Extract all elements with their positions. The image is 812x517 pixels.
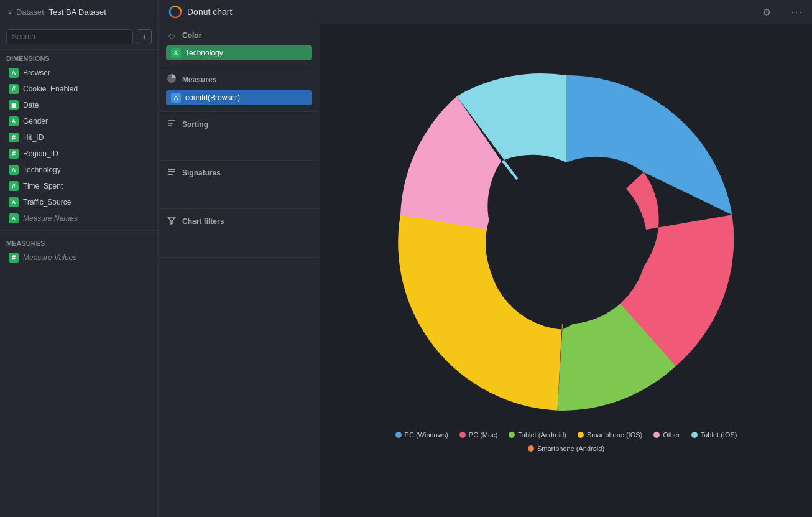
search-input[interactable] <box>6 29 133 44</box>
field-icon-hit-id: # <box>9 133 19 142</box>
field-icon-time-spent: # <box>9 181 19 191</box>
field-traffic-source[interactable]: A Traffic_Source <box>2 195 155 210</box>
sorting-shelf-title: Sorting <box>182 120 208 129</box>
color-field-icon: A <box>171 48 181 58</box>
more-options-button[interactable]: ⋯ <box>786 2 807 21</box>
measures-icon <box>166 73 177 85</box>
chart-title: Donut chart <box>187 7 757 17</box>
field-hit-id[interactable]: # Hit_ID <box>2 130 155 145</box>
field-label-traffic-source: Traffic_Source <box>23 198 71 207</box>
measures-shelf-title: Measures <box>182 75 216 84</box>
field-date[interactable]: ▦ Date <box>2 98 155 113</box>
field-technology[interactable]: A Technology <box>2 162 155 177</box>
measures-field-icon: A <box>171 93 181 103</box>
add-field-button[interactable]: + <box>137 29 152 44</box>
legend-label-smartphone-ios: Smartphone (IOS) <box>587 431 642 439</box>
field-icon-measure-values: # <box>9 253 19 263</box>
sorting-shelf-header: Sorting <box>166 118 312 130</box>
field-label-region-id: Region_ID <box>23 149 58 158</box>
field-icon-browser: A <box>9 68 19 78</box>
color-shelf-title: Color <box>182 31 201 40</box>
legend-dot-pc-mac <box>459 432 466 438</box>
field-label-time-spent: Time_Spent <box>23 182 63 190</box>
color-shelf: ◇ Color A Technology <box>159 24 320 67</box>
donut-chart-container <box>386 63 747 424</box>
chart-filters-shelf-title: Chart filters <box>182 217 224 226</box>
field-time-spent[interactable]: # Time_Spent <box>2 179 155 193</box>
field-icon-date: ▦ <box>9 100 19 110</box>
chart-filters-shelf-empty <box>166 232 312 251</box>
field-label-hit-id: Hit_ID <box>23 133 44 142</box>
sorting-icon <box>166 118 177 130</box>
chevron-icon[interactable]: ∨ <box>7 8 12 16</box>
donut-chart-svg <box>386 63 747 424</box>
left-sidebar: + Dimensions A Browser # Cookie_Enabled … <box>0 24 159 517</box>
field-icon-cookie-enabled: # <box>9 84 19 94</box>
sidebar-divider <box>0 230 158 231</box>
dataset-label: Dataset: <box>16 7 46 17</box>
field-label-technology: Technology <box>23 165 61 174</box>
gear-button[interactable]: ⚙ <box>757 4 776 21</box>
measures-shelf: Measures A countd(Browser) <box>159 67 320 112</box>
field-icon-region-id: # <box>9 149 19 159</box>
legend-label-tablet-ios: Tablet (IOS) <box>701 431 737 439</box>
signatures-icon <box>166 167 177 179</box>
field-browser[interactable]: A Browser <box>2 65 155 80</box>
legend-item-other: Other <box>653 431 680 439</box>
field-icon-traffic-source: A <box>9 197 19 207</box>
legend-label-pc-windows: PC (Windows) <box>405 431 448 439</box>
legend-item-tablet-ios: Tablet (IOS) <box>691 431 737 439</box>
field-label-measure-names: Measure Names <box>23 214 78 223</box>
field-label-cookie-enabled: Cookie_Enabled <box>23 85 78 93</box>
field-icon-measure-names: A <box>9 213 19 223</box>
field-icon-gender: A <box>9 116 19 126</box>
color-shelf-item-technology[interactable]: A Technology <box>166 45 312 60</box>
field-label-gender: Gender <box>23 117 48 126</box>
dimensions-header: Dimensions <box>0 50 158 65</box>
signatures-shelf-header: Signatures <box>166 167 312 179</box>
top-header: ∨ Dataset: Test BA Dataset Donut chart ⚙… <box>0 0 812 24</box>
chart-area: PC (Windows) PC (Mac) Tablet (Android) S… <box>320 24 812 517</box>
legend-label-smartphone-android: Smartphone (Android) <box>537 445 604 452</box>
svg-rect-7 <box>168 169 175 170</box>
field-region-id[interactable]: # Region_ID <box>2 146 155 161</box>
legend-label-pc-mac: PC (Mac) <box>469 431 497 439</box>
chart-filters-shelf: Chart filters <box>159 209 320 258</box>
legend-item-pc-mac: PC (Mac) <box>459 431 497 439</box>
legend-dot-other <box>653 432 660 438</box>
legend-dot-tablet-android <box>509 432 515 438</box>
field-label-browser: Browser <box>23 68 50 77</box>
donut-hole <box>486 162 647 324</box>
color-field-label: Technology <box>185 49 223 57</box>
sorting-shelf: Sorting <box>159 112 320 161</box>
legend-item-smartphone-ios: Smartphone (IOS) <box>578 431 642 439</box>
signatures-shelf-title: Signatures <box>182 169 221 177</box>
measures-shelf-header: Measures <box>166 73 312 85</box>
color-shelf-header: ◇ Color <box>166 30 312 40</box>
dataset-name: Test BA Dataset <box>48 7 106 17</box>
legend-item-tablet-android: Tablet (Android) <box>509 431 566 439</box>
field-label-date: Date <box>23 101 39 109</box>
signatures-shelf: Signatures <box>159 161 320 209</box>
signatures-shelf-empty <box>166 184 312 202</box>
svg-point-3 <box>172 9 178 15</box>
field-gender[interactable]: A Gender <box>2 114 155 129</box>
legend-label-other: Other <box>663 431 680 439</box>
legend-item-pc-windows: PC (Windows) <box>395 431 448 439</box>
chart-filters-shelf-header: Chart filters <box>166 215 312 227</box>
field-measure-names[interactable]: A Measure Names <box>2 211 155 226</box>
donut-chart-icon <box>168 5 182 19</box>
chart-legend: PC (Windows) PC (Mac) Tablet (Android) S… <box>349 424 784 460</box>
field-measure-values[interactable]: # Measure Values <box>2 250 155 265</box>
legend-dot-pc-windows <box>395 432 402 438</box>
svg-rect-9 <box>168 174 173 175</box>
dataset-area: ∨ Dataset: Test BA Dataset <box>0 0 159 24</box>
field-label-measure-values: Measure Values <box>23 253 76 262</box>
filter-icon <box>166 215 177 227</box>
field-icon-technology: A <box>9 165 19 175</box>
field-cookie-enabled[interactable]: # Cookie_Enabled <box>2 82 155 96</box>
sorting-shelf-empty <box>166 135 312 154</box>
measures-shelf-item-countd[interactable]: A countd(Browser) <box>166 90 312 105</box>
measures-header: Measures <box>0 235 158 249</box>
legend-dot-smartphone-ios <box>578 432 584 438</box>
